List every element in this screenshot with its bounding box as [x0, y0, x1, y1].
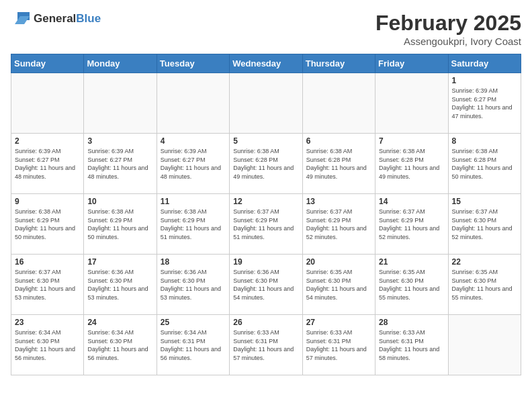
logo-icon [11, 11, 31, 27]
logo-blue: Blue [76, 12, 101, 25]
weekday-header-saturday: Saturday [448, 54, 521, 73]
weekday-header-row: SundayMondayTuesdayWednesdayThursdayFrid… [11, 54, 521, 73]
day-number: 28 [379, 318, 444, 327]
calendar-cell: 17Sunrise: 6:36 AM Sunset: 6:30 PM Dayli… [84, 255, 157, 315]
day-number: 4 [161, 136, 226, 146]
weekday-header-sunday: Sunday [11, 54, 84, 73]
calendar-week-0: 1Sunrise: 6:39 AM Sunset: 6:27 PM Daylig… [11, 73, 521, 134]
day-number: 20 [306, 257, 371, 267]
day-number: 6 [306, 136, 371, 146]
calendar-cell: 8Sunrise: 6:38 AM Sunset: 6:28 PM Daylig… [448, 134, 521, 194]
day-number: 15 [452, 197, 517, 206]
calendar-cell: 13Sunrise: 6:37 AM Sunset: 6:29 PM Dayli… [302, 194, 375, 255]
calendar-cell: 2Sunrise: 6:39 AM Sunset: 6:27 PM Daylig… [11, 134, 84, 194]
calendar-cell: 27Sunrise: 6:33 AM Sunset: 6:31 PM Dayli… [302, 315, 375, 375]
day-info: Sunrise: 6:38 AM Sunset: 6:29 PM Dayligh… [161, 208, 226, 241]
day-info: Sunrise: 6:39 AM Sunset: 6:27 PM Dayligh… [15, 147, 80, 181]
day-info: Sunrise: 6:36 AM Sunset: 6:30 PM Dayligh… [233, 268, 298, 302]
day-number: 27 [306, 318, 371, 327]
calendar-cell: 15Sunrise: 6:37 AM Sunset: 6:30 PM Dayli… [448, 194, 521, 255]
calendar-cell: 18Sunrise: 6:36 AM Sunset: 6:30 PM Dayli… [157, 255, 229, 315]
day-info: Sunrise: 6:39 AM Sunset: 6:27 PM Dayligh… [87, 147, 152, 181]
calendar-cell: 5Sunrise: 6:38 AM Sunset: 6:28 PM Daylig… [230, 134, 302, 194]
day-number: 17 [87, 257, 152, 267]
calendar-cell: 10Sunrise: 6:38 AM Sunset: 6:29 PM Dayli… [84, 194, 157, 255]
calendar-cell [230, 73, 302, 134]
day-info: Sunrise: 6:34 AM Sunset: 6:30 PM Dayligh… [87, 328, 152, 362]
day-number: 13 [306, 197, 371, 206]
day-number: 1 [452, 76, 517, 85]
day-number: 5 [233, 136, 298, 146]
calendar-cell [448, 315, 521, 375]
day-info: Sunrise: 6:39 AM Sunset: 6:27 PM Dayligh… [452, 87, 517, 120]
day-number: 2 [15, 136, 80, 146]
day-info: Sunrise: 6:35 AM Sunset: 6:30 PM Dayligh… [379, 268, 444, 302]
calendar-cell: 22Sunrise: 6:35 AM Sunset: 6:30 PM Dayli… [448, 255, 521, 315]
calendar-cell: 21Sunrise: 6:35 AM Sunset: 6:30 PM Dayli… [375, 255, 448, 315]
calendar-cell: 6Sunrise: 6:38 AM Sunset: 6:28 PM Daylig… [302, 134, 375, 194]
calendar-cell: 23Sunrise: 6:34 AM Sunset: 6:30 PM Dayli… [11, 315, 84, 375]
day-number: 16 [15, 257, 80, 267]
day-number: 26 [233, 318, 298, 327]
day-number: 19 [233, 257, 298, 267]
day-info: Sunrise: 6:34 AM Sunset: 6:30 PM Dayligh… [15, 328, 80, 362]
day-number: 3 [87, 136, 152, 146]
calendar-week-3: 16Sunrise: 6:37 AM Sunset: 6:30 PM Dayli… [11, 255, 521, 315]
calendar-cell [157, 73, 229, 134]
day-info: Sunrise: 6:37 AM Sunset: 6:29 PM Dayligh… [306, 208, 371, 241]
day-number: 24 [87, 318, 152, 327]
month-title: February 2025 [375, 11, 521, 36]
day-number: 21 [379, 257, 444, 267]
day-number: 10 [87, 197, 152, 206]
logo: GeneralBlue [11, 11, 101, 27]
calendar-cell: 3Sunrise: 6:39 AM Sunset: 6:27 PM Daylig… [84, 134, 157, 194]
day-info: Sunrise: 6:37 AM Sunset: 6:29 PM Dayligh… [233, 208, 298, 241]
header: GeneralBlue February 2025 Assengoukpri, … [11, 11, 521, 47]
day-info: Sunrise: 6:35 AM Sunset: 6:30 PM Dayligh… [452, 268, 517, 302]
title-area: February 2025 Assengoukpri, Ivory Coast [375, 11, 521, 47]
calendar-week-1: 2Sunrise: 6:39 AM Sunset: 6:27 PM Daylig… [11, 134, 521, 194]
calendar-cell: 28Sunrise: 6:33 AM Sunset: 6:31 PM Dayli… [375, 315, 448, 375]
day-number: 12 [233, 197, 298, 206]
weekday-header-wednesday: Wednesday [230, 54, 302, 73]
location-title: Assengoukpri, Ivory Coast [375, 36, 521, 47]
day-number: 11 [161, 197, 226, 206]
calendar-cell: 1Sunrise: 6:39 AM Sunset: 6:27 PM Daylig… [448, 73, 521, 134]
day-number: 9 [15, 197, 80, 206]
day-number: 25 [161, 318, 226, 327]
day-info: Sunrise: 6:36 AM Sunset: 6:30 PM Dayligh… [161, 268, 226, 302]
day-info: Sunrise: 6:38 AM Sunset: 6:28 PM Dayligh… [233, 147, 298, 181]
day-info: Sunrise: 6:33 AM Sunset: 6:31 PM Dayligh… [306, 328, 371, 362]
day-info: Sunrise: 6:33 AM Sunset: 6:31 PM Dayligh… [379, 328, 444, 362]
calendar-cell: 14Sunrise: 6:37 AM Sunset: 6:29 PM Dayli… [375, 194, 448, 255]
calendar: SundayMondayTuesdayWednesdayThursdayFrid… [11, 54, 521, 375]
weekday-header-monday: Monday [84, 54, 157, 73]
calendar-cell [11, 73, 84, 134]
day-info: Sunrise: 6:33 AM Sunset: 6:31 PM Dayligh… [233, 328, 298, 362]
calendar-cell: 4Sunrise: 6:39 AM Sunset: 6:27 PM Daylig… [157, 134, 229, 194]
calendar-body: 1Sunrise: 6:39 AM Sunset: 6:27 PM Daylig… [11, 73, 521, 375]
day-info: Sunrise: 6:39 AM Sunset: 6:27 PM Dayligh… [161, 147, 226, 181]
day-number: 23 [15, 318, 80, 327]
calendar-cell [302, 73, 375, 134]
weekday-header-friday: Friday [375, 54, 448, 73]
weekday-header-tuesday: Tuesday [157, 54, 229, 73]
day-info: Sunrise: 6:38 AM Sunset: 6:29 PM Dayligh… [87, 208, 152, 241]
calendar-cell: 11Sunrise: 6:38 AM Sunset: 6:29 PM Dayli… [157, 194, 229, 255]
calendar-cell: 24Sunrise: 6:34 AM Sunset: 6:30 PM Dayli… [84, 315, 157, 375]
day-info: Sunrise: 6:38 AM Sunset: 6:29 PM Dayligh… [15, 208, 80, 241]
day-number: 18 [161, 257, 226, 267]
calendar-cell: 25Sunrise: 6:34 AM Sunset: 6:31 PM Dayli… [157, 315, 229, 375]
weekday-header-thursday: Thursday [302, 54, 375, 73]
calendar-cell [375, 73, 448, 134]
day-info: Sunrise: 6:38 AM Sunset: 6:28 PM Dayligh… [306, 147, 371, 181]
calendar-cell: 20Sunrise: 6:35 AM Sunset: 6:30 PM Dayli… [302, 255, 375, 315]
calendar-week-4: 23Sunrise: 6:34 AM Sunset: 6:30 PM Dayli… [11, 315, 521, 375]
logo-general: General [34, 12, 76, 25]
day-info: Sunrise: 6:35 AM Sunset: 6:30 PM Dayligh… [306, 268, 371, 302]
day-info: Sunrise: 6:38 AM Sunset: 6:28 PM Dayligh… [452, 147, 517, 181]
day-number: 14 [379, 197, 444, 206]
day-info: Sunrise: 6:37 AM Sunset: 6:29 PM Dayligh… [379, 208, 444, 241]
calendar-cell: 9Sunrise: 6:38 AM Sunset: 6:29 PM Daylig… [11, 194, 84, 255]
calendar-cell: 12Sunrise: 6:37 AM Sunset: 6:29 PM Dayli… [230, 194, 302, 255]
